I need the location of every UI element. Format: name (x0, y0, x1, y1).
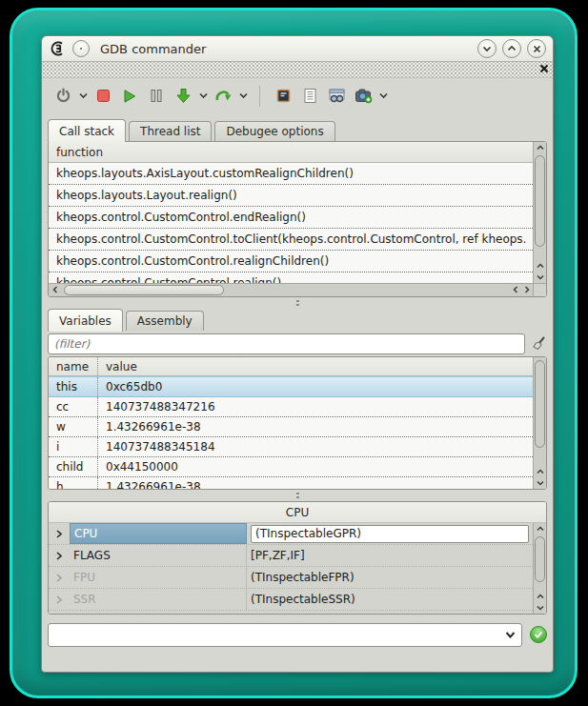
variable-row[interactable]: child 0x44150000 (49, 457, 533, 477)
scroll-up-icon[interactable] (534, 591, 546, 602)
scrollbar-corner (533, 283, 546, 296)
call-stack-row[interactable]: kheops.control.CustomControl.endRealign(… (49, 207, 533, 229)
step-over-button[interactable] (212, 84, 234, 109)
filter-row (42, 331, 553, 356)
scroll-up-icon[interactable] (534, 523, 546, 535)
cpu-vertical-scrollbar[interactable] (533, 523, 546, 614)
tab-variables[interactable]: Variables (48, 309, 123, 332)
register-value-editor[interactable]: (TInspectableGPR) (251, 525, 529, 543)
call-stack-row[interactable]: kheops.control.CustomControl.toClient(kh… (49, 229, 533, 251)
cpu-register-row[interactable]: CPU (TInspectableGPR) (49, 523, 533, 545)
titlebar[interactable]: GDB commander (42, 36, 553, 62)
call-stack-list: function kheops.layouts.AxisLayout.custo… (49, 142, 533, 283)
expander-chevron-icon[interactable] (49, 595, 70, 604)
clear-filter-icon[interactable] (530, 335, 547, 353)
variable-row[interactable]: this 0xc65db0 (49, 376, 533, 397)
toolbar-separator (259, 86, 260, 107)
variable-value: 140737488345184 (98, 437, 533, 456)
cpu-panel: CPU CPU (TInspectableGPR) FLAGS [PF,ZF,I… (48, 501, 547, 615)
call-stack-row[interactable]: kheops.control.CustomControl.realign() (49, 272, 533, 283)
dock-close-icon[interactable] (539, 64, 549, 73)
snapshot-dropdown-icon[interactable] (379, 92, 388, 99)
gdb-command-combobox[interactable] (48, 623, 522, 647)
register-group-name: FLAGS (70, 545, 247, 566)
cpu-register-row[interactable]: SSR (TInspectableSSR) (49, 589, 533, 611)
dock-drag-handle[interactable] (42, 62, 553, 78)
splitter-handle[interactable] (42, 490, 553, 501)
cpu-register-row[interactable]: FPU (TInspectableFPR) (49, 567, 533, 589)
cpu-view-button[interactable] (272, 84, 294, 109)
step-dropdown-icon[interactable] (199, 92, 208, 99)
stop-button[interactable] (91, 84, 114, 109)
scroll-down-icon[interactable] (534, 477, 546, 489)
expander-chevron-icon[interactable] (49, 552, 70, 560)
gdb-command-input[interactable] (49, 624, 521, 646)
expander-chevron-icon[interactable] (49, 530, 70, 538)
cpu-panel-title: CPU (49, 502, 546, 523)
variable-name: h (49, 477, 98, 489)
step-over-dropdown-icon[interactable] (239, 92, 248, 99)
scrollbar-thumb[interactable] (64, 285, 224, 295)
variables-table: name value this 0xc65db0 cc 140737488347… (49, 357, 533, 489)
expander-chevron-icon[interactable] (49, 574, 70, 582)
value-column-header[interactable]: value (98, 357, 137, 375)
variable-row[interactable]: i 140737488345184 (49, 437, 533, 457)
variable-row[interactable]: cc 140737488347216 (49, 397, 533, 417)
scroll-up-icon[interactable] (534, 466, 546, 477)
tab-call-stack[interactable]: Call stack (48, 119, 126, 142)
name-column-header[interactable]: name (49, 357, 98, 375)
variables-panel: name value this 0xc65db0 cc 140737488347… (48, 356, 547, 490)
variables-header[interactable]: name value (49, 357, 533, 376)
minimize-icon[interactable] (477, 39, 497, 58)
variable-row[interactable]: w 1.43266961e-38 (49, 417, 533, 437)
call-stack-vertical-scrollbar[interactable] (533, 142, 546, 283)
splitter-handle[interactable] (42, 297, 553, 309)
combobox-dropdown-icon[interactable] (505, 631, 516, 639)
tab-thread-list[interactable]: Thread list (129, 121, 212, 141)
callstack-tabbar: Call stack Thread list Debugee options (42, 113, 553, 141)
tab-debugee-options[interactable]: Debugee options (214, 121, 335, 141)
window-menu-button[interactable] (72, 40, 90, 57)
variable-value: 140737488347216 (98, 397, 533, 416)
run-button[interactable] (118, 84, 141, 109)
debug-toolbar (42, 78, 553, 113)
gdb-commander-window: GDB commander (41, 35, 554, 673)
scrollbar-thumb[interactable] (535, 155, 545, 247)
variables-vertical-scrollbar[interactable] (533, 357, 546, 489)
scroll-up-icon[interactable] (534, 260, 546, 272)
command-row (48, 622, 547, 647)
variable-row[interactable]: h 1.43266961e-38 (49, 477, 533, 489)
snapshot-button[interactable] (352, 84, 375, 109)
variable-value: 0x44150000 (98, 457, 533, 476)
call-stack-row[interactable]: kheops.control.CustomControl.realignChil… (49, 251, 533, 272)
watch-window-button[interactable] (325, 84, 348, 109)
cpu-register-row[interactable]: FLAGS [PF,ZF,IF] (49, 545, 533, 567)
scrollbar-thumb[interactable] (535, 536, 545, 582)
tab-assembly[interactable]: Assembly (126, 311, 204, 331)
power-button[interactable] (51, 84, 74, 109)
scrollbar-thumb[interactable] (535, 360, 545, 448)
register-group-name: SSR (70, 589, 247, 610)
scroll-down-icon[interactable] (534, 272, 546, 283)
pause-button[interactable] (145, 84, 168, 109)
scroll-left-icon[interactable] (49, 284, 61, 295)
step-button[interactable] (172, 84, 194, 109)
power-dropdown-icon[interactable] (79, 92, 88, 99)
output-list-button[interactable] (298, 84, 321, 109)
send-command-button[interactable] (530, 626, 547, 643)
scroll-up-icon[interactable] (534, 142, 546, 153)
variable-name: child (49, 457, 98, 476)
filter-input[interactable] (48, 333, 525, 354)
close-icon[interactable] (527, 39, 546, 58)
scroll-down-icon[interactable] (534, 602, 546, 614)
scroll-right-icon[interactable] (520, 284, 533, 295)
function-column-header[interactable]: function (49, 142, 533, 163)
call-stack-horizontal-scrollbar[interactable] (49, 283, 533, 296)
call-stack-row[interactable]: kheops.layouts.AxisLayout.customRealignC… (49, 163, 533, 185)
variable-value: 0xc65db0 (98, 377, 533, 396)
call-stack-row[interactable]: kheops.layouts.Layout.realign() (49, 185, 533, 207)
register-group-name: CPU (70, 523, 247, 544)
variable-name: i (49, 437, 98, 456)
variable-name: cc (49, 397, 98, 416)
maximize-icon[interactable] (502, 39, 521, 58)
